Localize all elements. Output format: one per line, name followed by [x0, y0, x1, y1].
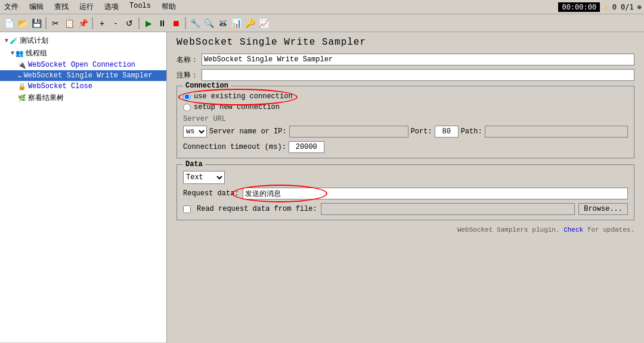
path-label: Path: [461, 127, 482, 136]
menu-items: 文件 编辑 查找 运行 选项 Tools 帮助 [2, 1, 178, 13]
server-name-label: Server name or IP: [209, 127, 287, 136]
check-link[interactable]: Check [564, 226, 583, 233]
ws-protocol-select[interactable]: ws wss [183, 126, 207, 138]
toolbar-key[interactable]: 🔑 [243, 17, 256, 30]
request-data-row: Request data: [183, 188, 628, 199]
toolbar-search[interactable]: 🔍 [202, 17, 215, 30]
use-existing-radio[interactable] [183, 93, 191, 101]
server-name-input[interactable] [289, 126, 408, 138]
content-area: WebSocket Single Write Sampler 名称： 注释： C… [167, 32, 644, 238]
menu-tools[interactable]: Tools [128, 1, 153, 13]
tree-root-label: 测试计划 [20, 36, 48, 46]
toolbar-copy[interactable]: 📋 [63, 17, 76, 30]
toolbar-paste[interactable]: 📌 [76, 17, 89, 30]
tree-item-threadgroup[interactable]: ▼ 👥 线程组 [0, 47, 166, 60]
name-input[interactable] [202, 54, 634, 66]
toolbar-trend[interactable]: 📈 [257, 17, 270, 30]
menu-options[interactable]: 选项 [103, 1, 120, 13]
toolbar-stop[interactable]: ⏹ [169, 17, 182, 30]
server-url-row: ws wss Server name or IP: Port: Path: [183, 126, 628, 138]
status-time: 00:00:00 [558, 2, 600, 12]
toolbar-open[interactable]: 📂 [16, 17, 29, 30]
server-url-label: Server URL [183, 115, 628, 123]
toolbar-cut[interactable]: ✂ [49, 17, 62, 30]
data-type-select[interactable]: Text Binary [183, 171, 225, 184]
read-file-checkbox[interactable] [183, 205, 191, 213]
menu-help[interactable]: 帮助 [160, 1, 178, 13]
comment-label: 注释： [177, 70, 198, 80]
tree-item-result[interactable]: 🌿 察看结果树 [0, 92, 166, 104]
menu-edit[interactable]: 编辑 [27, 1, 45, 13]
open-icon: 🔌 [18, 61, 26, 69]
tree-threadgroup-label: 线程组 [26, 48, 47, 58]
toolbar: 📄 📂 💾 ✂ 📋 📌 + - ↺ ▶ ⏸ ⏹ 🔧 🔍 🦝 📊 🔑 📈 [0, 14, 644, 32]
tree-result-label: 察看结果树 [28, 93, 64, 103]
result-icon: 🌿 [18, 94, 26, 102]
request-data-label: Request data: [183, 189, 239, 198]
toolbar-sep3 [138, 17, 140, 29]
panel-title: WebSocket Single Write Sampler [177, 37, 634, 48]
path-input[interactable] [485, 126, 628, 138]
toolbar-save[interactable]: 💾 [30, 17, 43, 30]
tree-item-open[interactable]: 🔌 WebSocket Open Connection [0, 60, 166, 70]
expand-icon[interactable]: ⊕ [637, 3, 642, 11]
toolbar-run[interactable]: ▶ [142, 17, 155, 30]
comment-input[interactable] [202, 69, 634, 81]
data-section: Data Text Binary Request data: [177, 164, 634, 220]
root-arrow: ▼ [5, 38, 8, 44]
setup-new-radio[interactable] [183, 104, 191, 111]
timeout-label: Connection timeout (ms): [183, 143, 286, 151]
plugin-text: WebSocket Samplers plugin. [457, 226, 560, 233]
plugin-info: WebSocket Samplers plugin. Check for upd… [177, 226, 634, 233]
comment-row: 注释： [177, 69, 634, 81]
timeout-input[interactable] [289, 141, 324, 153]
warning-icon: ⚠ [603, 2, 608, 12]
connection-section: Connection use existing connection setup… [177, 86, 634, 158]
tree-item-close[interactable]: 🔒 WebSocket Close [0, 81, 166, 92]
read-file-label: Read request data from file: [197, 205, 317, 213]
toolbar-reset[interactable]: ↺ [123, 17, 136, 30]
toolbar-chart[interactable]: 📊 [230, 17, 243, 30]
use-existing-label[interactable]: use existing connection [194, 92, 293, 101]
toolbar-sep2 [92, 17, 93, 29]
tree-root: ▼ 🧪 测试计划 ▼ 👥 线程组 🔌 WebSocket Open Connec… [0, 32, 166, 107]
setup-new-label[interactable]: setup new connection [194, 103, 280, 111]
tree-close-label[interactable]: WebSocket Close [28, 82, 92, 91]
thread-arrow: ▼ [11, 50, 14, 57]
root-icon: 🧪 [10, 37, 18, 45]
tree-write-label: WebSocket Single Write Sampler [24, 71, 153, 80]
port-label: Port: [411, 127, 432, 136]
file-path-input[interactable] [321, 203, 575, 215]
status-counters: 0 0/1 [612, 3, 634, 11]
toolbar-expand[interactable]: + [95, 17, 109, 30]
tree-item-write[interactable]: ✏️ WebSocket Single Write Sampler [0, 70, 166, 81]
menu-bar: 文件 编辑 查找 运行 选项 Tools 帮助 00:00:00 ⚠ 0 0/1… [0, 0, 644, 14]
thread-icon: 👥 [16, 49, 24, 57]
menu-file[interactable]: 文件 [2, 1, 20, 13]
tree-open-label[interactable]: WebSocket Open Connection [28, 61, 135, 69]
request-data-input[interactable] [243, 188, 628, 199]
toolbar-sep4 [185, 17, 186, 29]
toolbar-raccoon[interactable]: 🦝 [216, 17, 229, 30]
write-icon: ✏️ [18, 72, 22, 80]
port-input[interactable] [435, 126, 459, 138]
status-area: 00:00:00 ⚠ 0 0/1 ⊕ [558, 2, 642, 12]
toolbar-collapse[interactable]: - [109, 17, 122, 30]
setup-new-row: setup new connection [183, 103, 628, 111]
tree-item-root[interactable]: ▼ 🧪 测试计划 [0, 35, 166, 47]
menu-run[interactable]: 运行 [78, 1, 95, 13]
close-icon: 🔒 [18, 83, 26, 91]
toolbar-remote[interactable]: 🔧 [188, 17, 202, 30]
timeout-row: Connection timeout (ms): [183, 141, 628, 153]
for-updates-text: for updates. [587, 226, 634, 233]
browse-button[interactable]: Browse... [578, 203, 628, 215]
name-label: 名称： [177, 55, 198, 65]
file-row: Read request data from file: Browse... [183, 203, 628, 215]
toolbar-new[interactable]: 📄 [2, 17, 16, 30]
menu-find[interactable]: 查找 [52, 1, 70, 13]
main-layout: ▼ 🧪 测试计划 ▼ 👥 线程组 🔌 WebSocket Open Connec… [0, 32, 644, 342]
toolbar-pause[interactable]: ⏸ [156, 17, 169, 30]
left-panel: ▼ 🧪 测试计划 ▼ 👥 线程组 🔌 WebSocket Open Connec… [0, 32, 167, 342]
toolbar-sep1 [45, 17, 47, 29]
name-row: 名称： [177, 54, 634, 66]
